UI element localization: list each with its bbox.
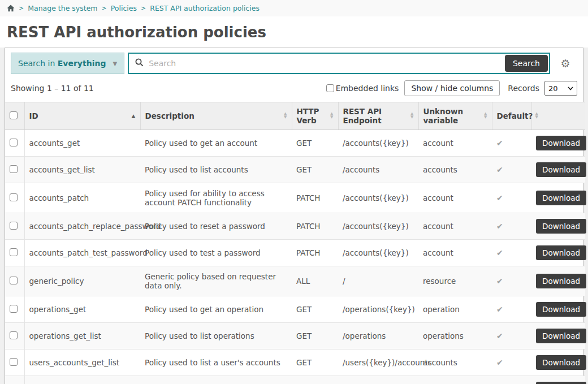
row-checkbox[interactable] [10,222,18,230]
records-label: Records [508,84,539,93]
download-button[interactable]: Download [536,302,586,317]
default-check-icon: ✔ [496,139,503,148]
column-header-description[interactable]: Description▲▼ [140,102,292,130]
cell-id: users_accounts_get_list [24,350,140,376]
cell-id: accounts_get [24,130,140,157]
column-header-actions [531,102,585,130]
breadcrumb-item-current[interactable]: REST API authorization policies [150,4,260,12]
table-row: operations_get_listPolicy used to list o… [5,323,585,350]
cell-endpoint: /accounts({key}) [338,213,418,240]
breadcrumb-item-policies[interactable]: Policies [111,4,137,12]
cell-http-verb: PATCH [292,240,338,266]
policies-table: ID▲ Description▲▼ HTTP Verb▲▼ REST API E… [5,102,585,384]
row-checkbox[interactable] [10,331,18,339]
records-select[interactable]: 20 [544,81,577,96]
policies-panel: Search in Everything ▼ Search ⚙ Showing … [5,48,583,384]
cell-id: accounts_get_list [24,157,140,183]
cell-variable: account [418,240,492,266]
column-header-id[interactable]: ID▲ [24,102,140,130]
default-check-icon: ✔ [496,248,503,257]
row-checkbox[interactable] [10,305,18,313]
chevron-down-icon: ▼ [113,61,117,67]
download-button[interactable]: Download [536,136,586,150]
cell-description: Policy used to reset a password [140,213,292,240]
download-button[interactable]: Download [536,329,586,343]
breadcrumb-separator: > [102,5,107,12]
column-header-endpoint[interactable]: REST API Endpoint▲▼ [338,102,418,130]
cell-actions: Download [531,183,585,213]
cell-actions: Download [531,266,585,296]
row-checkbox[interactable] [10,139,18,146]
search-bar: Search in Everything ▼ Search ⚙ [5,48,583,77]
cell-http-verb: GET [292,157,338,183]
search-input[interactable] [149,59,505,68]
column-header-http-verb[interactable]: HTTP Verb▲▼ [292,102,338,130]
records-control: Records 20 [508,81,577,96]
cell-variable: accounts [418,157,492,183]
row-checkbox[interactable] [10,248,18,256]
cell-endpoint: /accounts({key}) [338,183,418,213]
cell-default: ✔ [492,266,531,296]
sort-icon: ▲▼ [410,113,413,119]
row-select-cell [5,266,24,296]
download-button[interactable]: Download [536,162,586,177]
cell-id: generic_policy [24,266,140,296]
records-value: 20 [548,84,558,93]
breadcrumb-separator: > [141,5,146,12]
cell-description: Policy used to test a password [140,240,292,266]
cell-variable: user [418,376,492,384]
cell-endpoint: /accounts [338,157,418,183]
search-icon [135,58,144,69]
row-checkbox[interactable] [10,193,18,201]
default-check-icon: ✔ [496,193,503,202]
cell-variable: operation [418,296,492,323]
row-checkbox[interactable] [10,277,18,284]
column-header-variable[interactable]: Unknown variable▲▼ [418,102,492,130]
embedded-links-toggle[interactable]: Embedded links [326,84,399,93]
row-checkbox[interactable] [10,165,18,173]
breadcrumb-separator: > [19,5,24,12]
cell-default: ✔ [492,296,531,323]
cell-http-verb: PATCH [292,213,338,240]
search-button[interactable]: Search [505,55,548,72]
default-check-icon: ✔ [496,222,503,231]
row-select-cell [5,130,24,157]
row-select-cell [5,240,24,266]
download-button[interactable]: Download [536,355,586,370]
row-checkbox[interactable] [10,358,18,366]
cell-description: Policy used to get an account [140,130,292,157]
column-header-default[interactable]: Default?▲▼ [492,102,531,130]
download-button[interactable]: Download [536,219,586,234]
table-row: accounts_patch_test_passwordPolicy used … [5,240,585,266]
breadcrumb-item-manage-system[interactable]: Manage the system [28,4,97,12]
show-hide-columns-button[interactable]: Show / hide columns [404,80,500,96]
cell-http-verb: GET [292,323,338,350]
download-button[interactable]: Download [536,191,586,205]
cell-description: Policy used to get a user [140,376,292,384]
table-row: users_accounts_get_listPolicy used to li… [5,350,585,376]
cell-http-verb: GET [292,130,338,157]
showing-count: Showing 1 – 11 of 11 [11,84,94,93]
table-row: accounts_patchPolicy used for ability to… [5,183,585,213]
cell-default: ✔ [492,376,531,384]
table-row: users_getPolicy used to get a userGET/us… [5,376,585,384]
cell-description: Policy used for ability to access accoun… [140,183,292,213]
table-header-row: ID▲ Description▲▼ HTTP Verb▲▼ REST API E… [5,102,585,130]
default-check-icon: ✔ [496,277,503,286]
cell-actions: Download [531,157,585,183]
download-button[interactable]: Download [536,382,586,384]
cell-id: operations_get_list [24,323,140,350]
cell-actions: Download [531,323,585,350]
search-scope-dropdown[interactable]: Search in Everything ▼ [11,53,124,74]
cell-actions: Download [531,130,585,157]
download-button[interactable]: Download [536,245,586,260]
table-row: accounts_getPolicy used to get an accoun… [5,130,585,157]
select-all-checkbox[interactable] [10,111,18,119]
home-icon[interactable] [7,5,15,12]
cell-description: Policy used to list operations [140,323,292,350]
gear-icon[interactable]: ⚙ [554,53,577,74]
row-select-cell [5,350,24,376]
download-button[interactable]: Download [536,274,586,288]
cell-variable: account [418,183,492,213]
embedded-links-checkbox[interactable] [326,84,334,92]
